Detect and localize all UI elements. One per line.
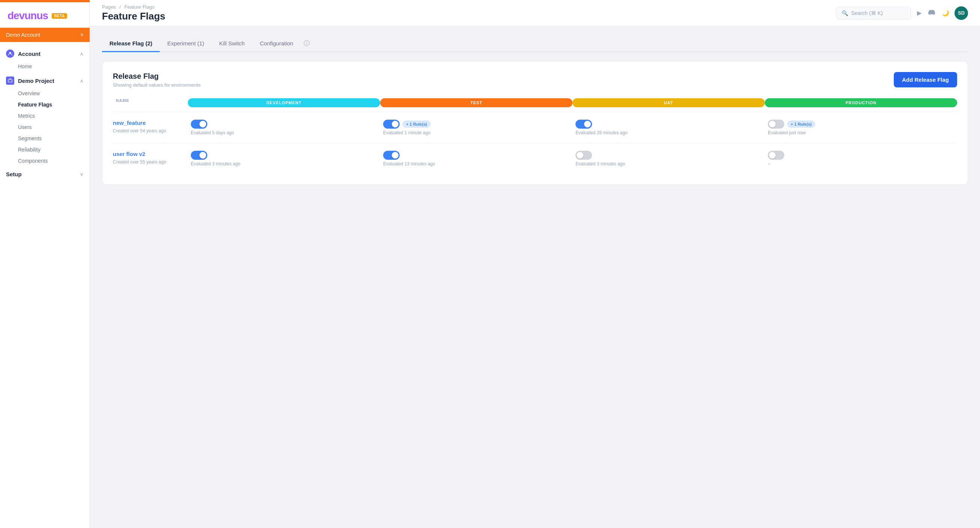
env-cell-user-flow-dev: Evaluated 3 minutes ago [188, 151, 380, 167]
sidebar-item-users[interactable]: Users [18, 121, 90, 133]
card-header: Release Flag Showing default values for … [113, 72, 957, 88]
nav-section-setup-header[interactable]: Setup ∨ [0, 168, 90, 180]
discord-icon[interactable] [927, 8, 937, 19]
account-chevron-icon: ∧ [80, 51, 84, 57]
flag-link-new-feature[interactable]: new_feature [113, 119, 188, 126]
flag-name-cell-1: new_feature Created over 54 years ago [113, 119, 188, 134]
breadcrumb: Pages / Feature Flags [102, 4, 165, 10]
eval-time-new-feature-production: Evaluated just now [768, 130, 806, 135]
nav-section-account: Account ∧ Home [0, 46, 90, 72]
eval-time-user-flow-uat: Evaluated 3 minutes ago [576, 161, 625, 167]
sidebar-logo-area: devunus BETA [0, 2, 90, 28]
sidebar: devunus BETA Demo Account × Account ∧ Ho… [0, 0, 90, 528]
rule-badge-new-feature-production: + 1 Rule(s) [787, 121, 815, 127]
info-icon[interactable]: ⓘ [301, 35, 313, 52]
col-production: PRODUCTION [765, 98, 957, 107]
toggle-row [576, 119, 592, 129]
toggle-row [768, 151, 784, 160]
demo-account-bar[interactable]: Demo Account × [0, 28, 90, 42]
toggle-user-flow-test[interactable] [383, 151, 400, 160]
account-section-title: Account [18, 51, 40, 57]
demo-project-chevron-icon: ∧ [80, 78, 84, 84]
env-cell-new-feature-uat: Evaluated 26 minutes ago [573, 119, 765, 135]
breadcrumb-pages: Pages [102, 4, 116, 10]
col-name: NAME [113, 98, 188, 107]
play-icon[interactable]: ▶ [916, 8, 923, 18]
nav-section-demo-project-header[interactable]: Demo Project ∧ [0, 73, 90, 88]
tab-release-flag[interactable]: Release Flag (2) [102, 36, 160, 52]
eval-time-user-flow-test: Evaluated 13 minutes ago [383, 161, 435, 167]
rule-badge-new-feature-test: + 1 Rule(s) [402, 121, 430, 127]
col-dev: DEVELOPMENT [188, 98, 380, 107]
eval-time-new-feature-test: Evaluated 1 minute ago [383, 130, 430, 135]
release-flag-card: Release Flag Showing default values for … [102, 61, 968, 185]
top-bar: Pages / Feature Flags Feature Flags 🔍 Se… [90, 0, 980, 26]
sidebar-item-metrics[interactable]: Metrics [18, 110, 90, 121]
setup-section-title: Setup [6, 171, 22, 177]
close-icon[interactable]: × [80, 32, 84, 38]
toggle-row: + 1 Rule(s) [768, 119, 815, 129]
flag-link-user-flow-v2[interactable]: user flow v2 [113, 151, 188, 157]
nav-section-account-header[interactable]: Account ∧ [0, 46, 90, 61]
setup-chevron-icon: ∨ [80, 172, 84, 177]
top-icons: ▶ 🌙 SD [916, 6, 968, 20]
demo-project-icon [6, 76, 14, 85]
toggle-new-feature-uat[interactable] [576, 119, 592, 129]
breadcrumb-separator: / [119, 4, 121, 10]
sidebar-item-home[interactable]: Home [18, 61, 90, 72]
toggle-row: + 1 Rule(s) [383, 119, 430, 129]
card-subtitle: Showing default values for environments [113, 82, 200, 88]
tabs: Release Flag (2) Experiment (1) Kill Swi… [102, 35, 968, 52]
add-release-flag-button[interactable]: Add Release Flag [894, 72, 957, 87]
sidebar-item-components[interactable]: Components [18, 155, 90, 167]
account-sub-items: Home [0, 61, 90, 72]
search-box[interactable]: 🔍 Search (⌘ K) [836, 7, 911, 19]
beta-badge: BETA [52, 13, 67, 19]
svg-rect-1 [8, 80, 12, 82]
top-bar-left: Pages / Feature Flags Feature Flags [102, 4, 165, 22]
demo-account-label: Demo Account [6, 32, 40, 38]
breadcrumb-current: Feature Flags [124, 4, 154, 10]
sidebar-nav: Account ∧ Home Demo Project ∧ Overview [0, 42, 90, 528]
toggle-new-feature-dev[interactable] [191, 119, 207, 129]
nav-section-setup-left: Setup [6, 171, 22, 177]
sidebar-item-reliability[interactable]: Reliability [18, 144, 90, 155]
card-header-text: Release Flag Showing default values for … [113, 72, 200, 88]
eval-time-new-feature-dev: Evaluated 5 days ago [191, 130, 234, 135]
card-title: Release Flag [113, 72, 200, 81]
env-cell-new-feature-production: + 1 Rule(s) Evaluated just now [765, 119, 957, 135]
sidebar-item-feature-flags[interactable]: Feature Flags [18, 99, 90, 110]
page-title: Feature Flags [102, 11, 165, 22]
nav-section-account-left: Account [6, 49, 40, 58]
toggle-new-feature-production[interactable] [768, 119, 784, 129]
demo-project-section-title: Demo Project [18, 78, 54, 84]
sidebar-item-segments[interactable]: Segments [18, 133, 90, 144]
env-cell-user-flow-production: – [765, 151, 957, 167]
flags-table: NAME DEVELOPMENT TEST UAT PRODUCTION new… [113, 98, 957, 174]
tab-configuration[interactable]: Configuration [252, 36, 301, 52]
avatar[interactable]: SD [955, 6, 968, 20]
toggle-new-feature-test[interactable] [383, 119, 400, 129]
sidebar-item-overview[interactable]: Overview [18, 88, 90, 99]
toggle-user-flow-dev[interactable] [191, 151, 207, 160]
toggle-user-flow-production[interactable] [768, 151, 784, 160]
env-cell-new-feature-dev: Evaluated 5 days ago [188, 119, 380, 135]
search-icon: 🔍 [842, 10, 848, 16]
logo-text: devunus [8, 10, 48, 22]
eval-time-user-flow-production: – [768, 161, 770, 167]
main-content: Pages / Feature Flags Feature Flags 🔍 Se… [90, 0, 980, 528]
table-row: new_feature Created over 54 years ago Ev… [113, 112, 957, 143]
tab-experiment[interactable]: Experiment (1) [160, 36, 212, 52]
main-area: Release Flag (2) Experiment (1) Kill Swi… [90, 26, 980, 528]
top-bar-right: 🔍 Search (⌘ K) ▶ 🌙 SD [836, 6, 968, 20]
nav-section-demo-project-left: Demo Project [6, 76, 54, 85]
tab-kill-switch[interactable]: Kill Switch [212, 36, 252, 52]
col-uat: UAT [573, 98, 765, 107]
moon-icon[interactable]: 🌙 [940, 8, 951, 18]
nav-section-setup: Setup ∨ [0, 168, 90, 180]
search-placeholder: Search (⌘ K) [851, 10, 883, 16]
toggle-row [191, 151, 207, 160]
toggle-row [191, 119, 207, 129]
flag-created-2: Created over 55 years ago [113, 159, 166, 165]
toggle-user-flow-uat[interactable] [576, 151, 592, 160]
